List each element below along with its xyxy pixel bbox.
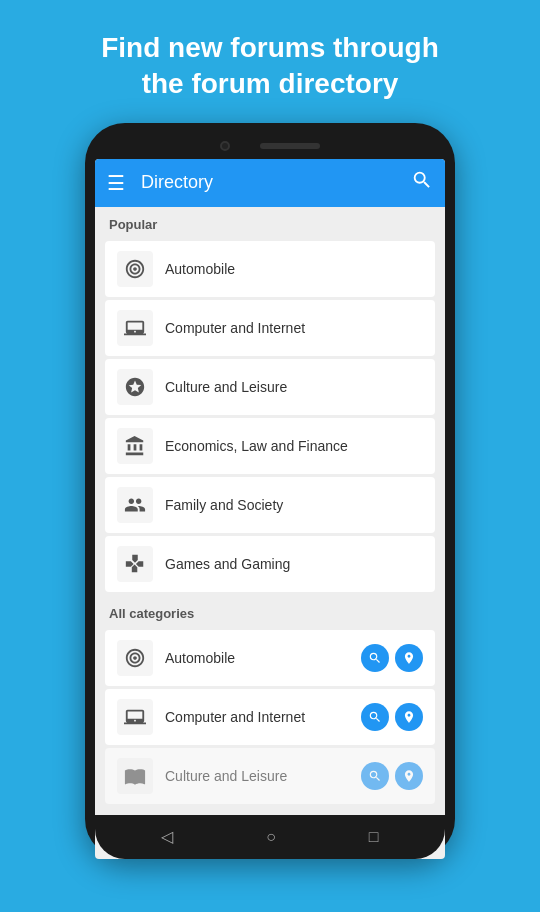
navigation-bar: ◁ ○ □	[95, 815, 445, 859]
back-button[interactable]: ◁	[161, 827, 173, 846]
games-gaming-icon	[117, 546, 153, 582]
popular-item-family-society[interactable]: Family and Society	[105, 477, 435, 533]
search-icon[interactable]	[411, 169, 433, 196]
economics-label: Economics, Law and Finance	[165, 438, 348, 454]
popular-item-games-gaming[interactable]: Games and Gaming	[105, 536, 435, 592]
app-bar: ☰ Directory	[95, 159, 445, 207]
popular-item-economics[interactable]: Economics, Law and Finance	[105, 418, 435, 474]
popular-item-culture-leisure[interactable]: Culture and Leisure	[105, 359, 435, 415]
automobile-action-buttons	[361, 644, 423, 672]
automobile-label: Automobile	[165, 261, 235, 277]
partial-action-btn-1[interactable]	[361, 762, 389, 790]
camera	[220, 141, 230, 151]
partial-action-btn-2[interactable]	[395, 762, 423, 790]
popular-item-automobile[interactable]: Automobile	[105, 241, 435, 297]
partial-label: Culture and Leisure	[165, 768, 349, 784]
all-automobile-label: Automobile	[165, 650, 349, 666]
all-categories-section: All categories Automobile	[95, 596, 445, 804]
partial-action-buttons	[361, 762, 423, 790]
family-society-icon	[117, 487, 153, 523]
games-gaming-label: Games and Gaming	[165, 556, 290, 572]
phone-top-bar	[95, 135, 445, 159]
computer-internet-icon	[117, 310, 153, 346]
all-computer-icon	[117, 699, 153, 735]
computer-action-buttons	[361, 703, 423, 731]
automobile-icon	[117, 251, 153, 287]
screen: ☰ Directory Popular Automobile	[95, 159, 445, 859]
all-computer-internet-label: Computer and Internet	[165, 709, 349, 725]
popular-item-computer-internet[interactable]: Computer and Internet	[105, 300, 435, 356]
partial-icon	[117, 758, 153, 794]
all-categories-label: All categories	[95, 596, 445, 627]
popular-list: Automobile Computer and Internet	[95, 241, 445, 592]
phone-device: ☰ Directory Popular Automobile	[85, 123, 455, 859]
content-area: Popular Automobile Computer	[95, 207, 445, 815]
all-cat-item-computer-internet[interactable]: Computer and Internet	[105, 689, 435, 745]
speaker	[260, 143, 320, 149]
automobile-action-btn-1[interactable]	[361, 644, 389, 672]
all-cat-item-partial[interactable]: Culture and Leisure	[105, 748, 435, 804]
all-automobile-icon	[117, 640, 153, 676]
computer-action-btn-2[interactable]	[395, 703, 423, 731]
headline: Find new forums through the forum direct…	[0, 0, 540, 123]
all-cat-item-automobile[interactable]: Automobile	[105, 630, 435, 686]
culture-leisure-icon	[117, 369, 153, 405]
hamburger-menu-icon[interactable]: ☰	[107, 171, 125, 195]
app-title: Directory	[141, 172, 411, 193]
family-society-label: Family and Society	[165, 497, 283, 513]
computer-action-btn-1[interactable]	[361, 703, 389, 731]
automobile-action-btn-2[interactable]	[395, 644, 423, 672]
economics-icon	[117, 428, 153, 464]
recents-button[interactable]: □	[369, 828, 379, 846]
home-button[interactable]: ○	[266, 828, 276, 846]
culture-leisure-label: Culture and Leisure	[165, 379, 287, 395]
popular-label: Popular	[95, 207, 445, 238]
computer-internet-label: Computer and Internet	[165, 320, 305, 336]
